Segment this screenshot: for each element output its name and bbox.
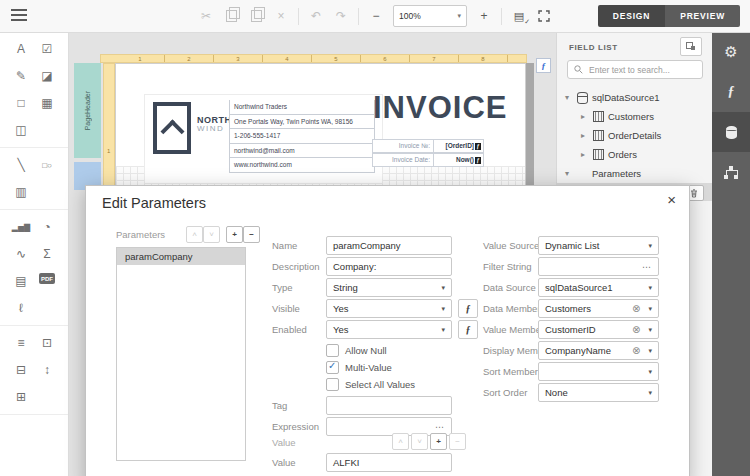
chevron-down-icon[interactable]: ▾ [644,305,652,313]
enabled-select[interactable]: Yes ▾ [326,320,452,339]
visible-expression-button[interactable]: ƒ [458,299,478,318]
company-info-cell[interactable]: One Portals Way, Twin Points WA, 98156 [229,115,375,130]
parameters-listbox[interactable]: paramCompany [116,247,246,461]
tree-caret-icon[interactable]: ▸ [581,131,593,140]
data-source-select[interactable]: sqlDataSource1 ▾ [538,278,659,297]
allow-null-checkbox[interactable]: Allow Null [326,344,387,357]
remove-parameter-button[interactable]: − [243,226,260,243]
page-info-tool-icon[interactable]: ▤ [10,273,32,289]
company-logo[interactable] [153,102,191,154]
tree-caret-icon[interactable]: ▸ [581,112,593,121]
name-field[interactable]: paramCompany [326,236,452,255]
chart-tool-icon[interactable]: ▂▅▇ [10,219,32,235]
preview-tab-button[interactable]: PREVIEW [665,5,740,27]
chevron-down-icon[interactable]: ▾ [644,347,652,355]
clear-icon[interactable]: ⊗ [632,346,640,356]
crossband-box-tool-icon[interactable]: ⊡ [36,335,58,351]
checkbox-icon[interactable] [326,361,339,374]
enabled-expression-button[interactable]: ƒ [458,320,478,339]
parameter-down-button[interactable]: ˅ [203,226,220,243]
richtext-tool-icon[interactable]: ✎ [10,68,32,84]
chevron-down-icon[interactable]: ▾ [457,12,461,20]
pivot-grid-tool-icon[interactable]: Σ [36,246,58,262]
settings-rail-button[interactable]: ⚙ [712,32,750,72]
page-break-tool-icon[interactable]: ⊟ [10,362,32,378]
display-member-select[interactable]: CompanyName ⊗ ▾ [538,341,659,360]
crossband-line-tool-icon[interactable]: ↕ [36,362,58,378]
visible-select[interactable]: Yes ▾ [326,299,452,318]
character-comb-tool-icon[interactable]: ◫ [10,122,32,138]
checkbox-tool-icon[interactable]: ☑ [36,41,58,57]
company-info-cell[interactable]: northwind@mail.com [229,144,375,159]
clear-icon[interactable]: ⊗ [632,304,640,314]
chevron-down-icon[interactable]: ▾ [644,242,652,250]
tree-item-sqldatasource1[interactable]: ▾ sqlDataSource1 [557,88,712,107]
tree-item-orders[interactable]: ▸ Orders [557,145,712,164]
clear-icon[interactable]: ⊗ [632,325,640,335]
expression-badge-icon[interactable]: ƒ [536,58,551,73]
value-add-button[interactable]: + [430,433,447,450]
toc-tool-icon[interactable]: ≡ [10,335,32,351]
page-header-band-strip[interactable]: PageHeader [74,63,101,158]
value-member-select[interactable]: CustomerID ⊗ ▾ [538,320,659,339]
ellipsis-icon[interactable]: ⋯ [435,422,445,432]
validate-bindings-icon[interactable]: ▤ [511,8,527,24]
description-field[interactable]: Company: [326,257,452,276]
ellipsis-icon[interactable]: ⋯ [642,262,652,272]
multi-value-checkbox[interactable]: Multi-Value [326,361,392,374]
chevron-down-icon[interactable]: ▾ [644,326,652,334]
checkbox-icon[interactable] [326,344,339,357]
chevron-down-icon[interactable]: ▾ [644,284,652,292]
subreport-tool-icon[interactable]: ⊞ [10,389,32,405]
filter-string-field[interactable]: ⋯ [538,257,659,276]
company-info-cell[interactable]: Northwind Traders [229,100,375,115]
type-select[interactable]: String ▾ [326,278,452,297]
invoice-title-label[interactable]: INVOICE [373,92,507,123]
picture-tool-icon[interactable]: ◪ [36,68,58,84]
fullscreen-icon[interactable] [536,8,552,24]
sort-order-select[interactable]: None ▾ [538,383,659,402]
invoice-date-value[interactable]: Now() ƒ [434,153,484,167]
invoice-number-value[interactable]: [OrderID] ƒ [434,139,484,153]
pdf-content-tool-icon[interactable]: PDF [39,273,55,284]
parameter-up-button[interactable]: ˄ [186,226,203,243]
gauge-tool-icon[interactable]: ◔ [36,219,58,235]
tree-item-parameters[interactable]: ▾ Parameters [557,164,712,183]
value-remove-button[interactable]: − [449,433,466,450]
field-list-rail-button[interactable] [712,112,750,152]
label-tool-icon[interactable]: A [10,41,32,57]
field-list-options-icon[interactable] [680,37,702,56]
chevron-down-icon[interactable]: ▾ [437,326,445,334]
field-list-search[interactable] [567,60,703,79]
table-tool-icon[interactable]: ▦ [36,95,58,111]
tree-caret-icon[interactable]: ▾ [565,169,577,178]
zoom-out-button[interactable]: − [368,8,384,24]
line-tool-icon[interactable]: ╲ [10,157,32,173]
chevron-down-icon[interactable]: ▾ [437,305,445,313]
shape-tool-icon[interactable]: □○ [36,157,58,173]
zoom-level-select[interactable]: 100% ▾ [393,5,467,27]
tree-item-customers[interactable]: ▸ Customers [557,107,712,126]
chevron-down-icon[interactable]: ▾ [644,389,652,397]
copy-icon[interactable] [223,8,239,24]
value-up-button[interactable]: ˄ [392,433,409,450]
value-down-button[interactable]: ˅ [411,433,428,450]
parameter-list-item[interactable]: paramCompany [117,248,245,265]
invoice-number-row[interactable]: Invoice №: [OrderID] ƒ [372,139,484,153]
redo-icon[interactable]: ↷ [333,8,349,24]
search-input[interactable] [587,64,696,76]
paste-icon[interactable] [248,8,264,24]
add-parameter-button[interactable]: + [226,226,243,243]
value-source-select[interactable]: Dynamic List ▾ [538,236,659,255]
value-field[interactable]: ALFKI [326,453,452,472]
close-icon[interactable]: × [667,191,676,208]
sparkline-tool-icon[interactable]: ∿ [10,246,32,262]
tree-item-orderdetails[interactable]: ▸ OrderDetails [557,126,712,145]
zoom-in-button[interactable]: + [476,8,492,24]
checkbox-icon[interactable] [326,378,339,391]
panel-tool-icon[interactable]: □ [10,95,32,111]
cut-icon[interactable]: ✂ [198,8,214,24]
design-tab-button[interactable]: DESIGN [598,5,665,27]
barcode-tool-icon[interactable]: ▥ [10,184,32,200]
report-explorer-rail-button[interactable] [712,152,750,192]
